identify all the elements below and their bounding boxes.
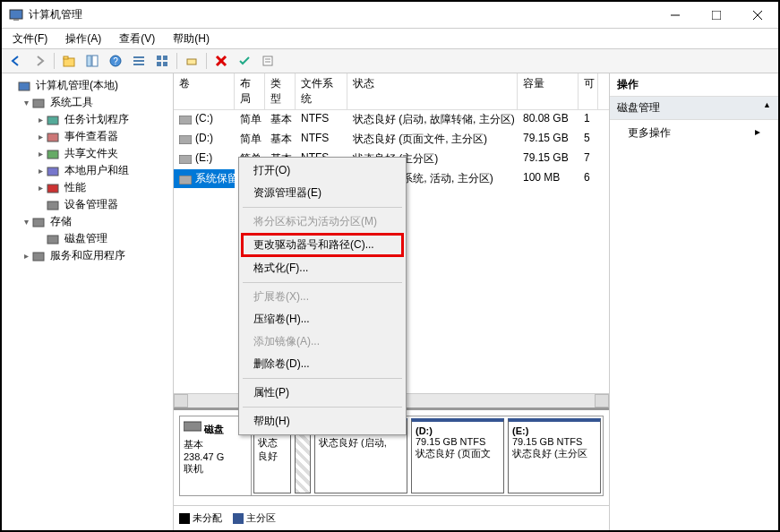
col-header-3[interactable]: 文件系统: [296, 73, 347, 109]
back-icon[interactable]: [5, 50, 27, 72]
vol-cell: 80.08 GB: [518, 110, 579, 129]
event-icon: [47, 130, 61, 144]
tree-node-3[interactable]: ▸事件查看器: [2, 128, 173, 145]
tree-label: 设备管理器: [64, 197, 118, 212]
tree-node-4[interactable]: ▸共享文件夹: [2, 145, 173, 162]
col-header-5[interactable]: 容量: [518, 73, 579, 109]
ctx-item-14[interactable]: 帮助(H): [241, 410, 404, 433]
ctx-item-4[interactable]: 更改驱动器号和路径(C)...: [241, 233, 404, 257]
tree-node-2[interactable]: ▸任务计划程序: [2, 111, 173, 128]
tree-toggle-icon[interactable]: ▾: [20, 217, 32, 227]
tree-label: 性能: [64, 180, 86, 195]
tree-label: 任务计划程序: [64, 112, 129, 127]
up-icon[interactable]: [58, 50, 80, 72]
tree-icon[interactable]: [81, 50, 103, 72]
vol-cell: 简单: [235, 110, 265, 129]
minimize-button[interactable]: [655, 2, 696, 29]
tree-node-5[interactable]: ▸本地用户和组: [2, 162, 173, 179]
device-icon: [47, 198, 61, 212]
ctx-item-1[interactable]: 资源管理器(E): [241, 182, 404, 204]
details-icon[interactable]: [128, 50, 150, 72]
tree-toggle-icon[interactable]: ▸: [34, 132, 47, 142]
find-icon[interactable]: [181, 50, 202, 72]
help-icon[interactable]: ?: [105, 50, 126, 72]
scroll-left-icon[interactable]: [174, 394, 188, 408]
svg-rect-34: [47, 236, 58, 244]
tree-toggle-icon[interactable]: ▸: [34, 115, 47, 124]
tree-toggle-icon[interactable]: ▾: [20, 98, 32, 107]
tree-panel[interactable]: 计算机管理(本地)▾系统工具▸任务计划程序▸事件查看器▸共享文件夹▸本地用户和组…: [2, 73, 174, 530]
window-controls: [655, 2, 778, 29]
collapse-icon[interactable]: ▲: [763, 100, 771, 116]
menu-view[interactable]: 查看(V): [112, 30, 162, 48]
svg-rect-39: [179, 176, 192, 184]
tree-node-0[interactable]: 计算机管理(本地): [2, 77, 173, 94]
props-icon[interactable]: [257, 50, 279, 72]
check-icon[interactable]: [234, 50, 255, 72]
volume-header[interactable]: 卷布局类型文件系统状态容量可: [174, 73, 609, 110]
svg-rect-15: [157, 56, 161, 60]
svg-rect-26: [33, 99, 44, 107]
col-header-2[interactable]: 类型: [265, 73, 296, 109]
svg-rect-13: [133, 60, 144, 62]
actions-section[interactable]: 磁盘管理 ▲: [610, 97, 778, 120]
volume-row[interactable]: (D:)简单基本NTFS状态良好 (页面文件, 主分区)79.15 GB5: [174, 130, 609, 150]
ctx-item-12[interactable]: 属性(P): [241, 382, 404, 404]
ctx-item-0[interactable]: 打开(O): [241, 159, 404, 182]
ctx-item-10[interactable]: 删除卷(D)...: [241, 353, 404, 375]
context-menu[interactable]: 打开(O)资源管理器(E)将分区标记为活动分区(M)更改驱动器号和路径(C)..…: [238, 157, 407, 435]
forward-icon[interactable]: [29, 50, 50, 72]
more-actions[interactable]: 更多操作 ▸: [610, 120, 778, 146]
ctx-item-5[interactable]: 格式化(F)...: [241, 257, 404, 279]
svg-rect-36: [179, 116, 192, 124]
menubar: 文件(F) 操作(A) 查看(V) 帮助(H): [2, 29, 778, 48]
vol-cell: 6: [579, 169, 598, 188]
volume-icon: [179, 154, 192, 163]
tree-node-9[interactable]: 磁盘管理: [2, 230, 173, 247]
svg-rect-28: [47, 133, 58, 142]
tree-toggle-icon[interactable]: ▸: [34, 149, 47, 159]
partition[interactable]: (D:)79.15 GB NTFS状态良好 (页面文: [411, 418, 504, 493]
svg-rect-40: [184, 422, 201, 431]
col-header-6[interactable]: 可: [579, 73, 598, 109]
tree-node-7[interactable]: 设备管理器: [2, 196, 173, 213]
services-icon: [32, 249, 47, 263]
ctx-item-8[interactable]: 压缩卷(H)...: [241, 308, 404, 330]
actions-header: 操作: [610, 73, 778, 97]
volume-row[interactable]: (C:)简单基本NTFS状态良好 (启动, 故障转储, 主分区)80.08 GB…: [174, 110, 609, 130]
delete-icon[interactable]: [210, 50, 232, 72]
scroll-right-icon[interactable]: [595, 394, 609, 408]
menu-help[interactable]: 帮助(H): [166, 30, 217, 48]
tree-node-6[interactable]: ▸性能: [2, 179, 173, 196]
tree-label: 磁盘管理: [64, 231, 107, 246]
tree-node-8[interactable]: ▾存储: [2, 213, 173, 230]
svg-rect-29: [47, 150, 58, 159]
vol-cell: 5: [579, 130, 598, 149]
maximize-button[interactable]: [696, 2, 737, 29]
tree-toggle-icon[interactable]: ▸: [34, 166, 47, 176]
tree-node-1[interactable]: ▾系统工具: [2, 94, 173, 111]
tree-label: 服务和应用程序: [50, 248, 125, 263]
vol-cell: 基本: [265, 130, 296, 149]
computer-icon: [18, 79, 32, 93]
svg-rect-37: [179, 135, 192, 144]
svg-rect-27: [47, 116, 58, 124]
tree-node-10[interactable]: ▸服务和应用程序: [2, 247, 173, 264]
disk-size: 238.47 G: [184, 451, 247, 462]
tree-toggle-icon[interactable]: ▸: [20, 251, 32, 261]
tree-toggle-icon[interactable]: ▸: [34, 183, 47, 193]
col-header-1[interactable]: 布局: [235, 73, 265, 109]
col-header-0[interactable]: 卷: [174, 73, 235, 109]
menu-file[interactable]: 文件(F): [5, 30, 55, 48]
list-icon[interactable]: [151, 50, 173, 72]
storage-icon: [32, 215, 47, 229]
col-header-4[interactable]: 状态: [347, 73, 518, 109]
svg-rect-12: [133, 56, 144, 58]
vol-cell: NTFS: [296, 110, 347, 129]
menu-action[interactable]: 操作(A): [58, 30, 108, 48]
share-icon: [47, 147, 61, 161]
vol-cell: 79.15 GB: [518, 150, 579, 168]
close-button[interactable]: [737, 2, 778, 29]
partition[interactable]: (E:)79.15 GB NTFS状态良好 (主分区: [508, 418, 601, 493]
svg-rect-3: [712, 11, 721, 20]
